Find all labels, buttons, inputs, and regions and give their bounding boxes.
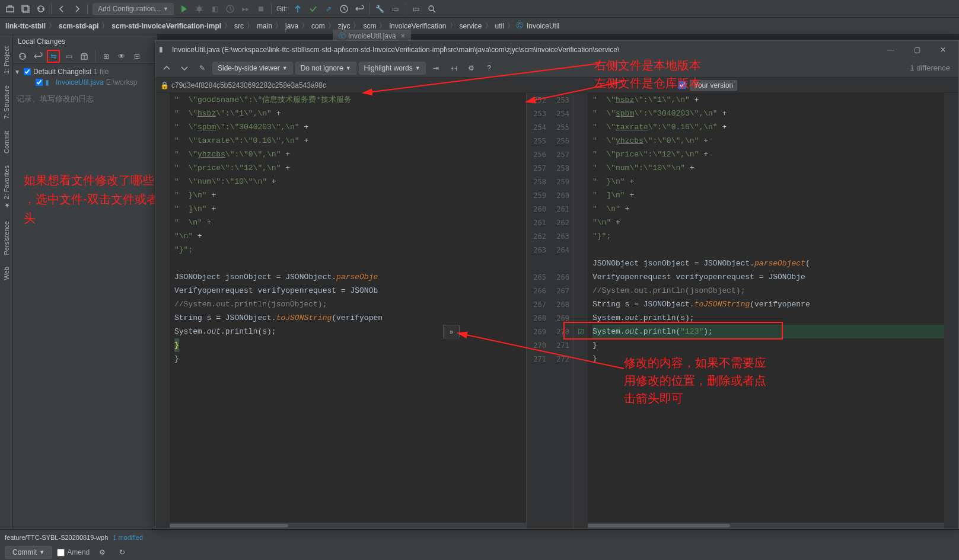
status-area: feature/TTC-SYBL-S20200819-wph 1 modifie… bbox=[0, 529, 959, 560]
crumb-1[interactable]: scm-std-api bbox=[57, 22, 100, 30]
file-row[interactable]: ▮ InvoiceUtil.java E:\worksp bbox=[13, 77, 157, 88]
close-icon[interactable]: ✕ bbox=[931, 41, 955, 58]
show-diff-icon[interactable]: ⇆ bbox=[47, 50, 60, 63]
commit-tool[interactable]: Commit bbox=[3, 131, 10, 153]
crumb-0[interactable]: link-ttc-stbll bbox=[4, 22, 47, 30]
view-options-icon[interactable]: 👁 bbox=[115, 50, 128, 63]
commit-settings-icon[interactable]: ⚙ bbox=[95, 545, 109, 559]
debug-icon[interactable] bbox=[192, 2, 206, 16]
profile-icon[interactable] bbox=[223, 2, 237, 16]
crumb-2[interactable]: scm-std-InvoiceVerification-impl bbox=[110, 22, 223, 30]
crumb-3[interactable]: src bbox=[232, 22, 246, 30]
expand-arrow-icon[interactable]: ▾ bbox=[15, 68, 21, 76]
changelist-icon[interactable]: ▭ bbox=[62, 50, 75, 63]
diff-right-pane[interactable]: " \"hsbz\":\"1\",\n" + " \"spbm\":\"3040… bbox=[588, 93, 944, 529]
maximize-icon[interactable]: ▢ bbox=[905, 41, 929, 58]
ignore-mode-dropdown[interactable]: Do not ignore ▼ bbox=[295, 62, 356, 75]
shelve-icon[interactable] bbox=[78, 50, 91, 63]
project-tool[interactable]: 1: Project bbox=[3, 46, 10, 73]
run-icon[interactable] bbox=[177, 2, 191, 16]
sync-scroll-icon[interactable]: ⫞⫞ bbox=[447, 61, 461, 75]
svg-rect-4 bbox=[259, 7, 263, 11]
class-icon: Ⓒ bbox=[339, 31, 346, 41]
crumb-4[interactable]: main bbox=[255, 22, 274, 30]
next-diff-icon[interactable] bbox=[177, 61, 192, 75]
crumb-10[interactable]: service bbox=[458, 22, 484, 30]
lock-icon: 🔒 bbox=[160, 81, 169, 89]
git-rollback-icon[interactable] bbox=[352, 2, 367, 16]
commit-message-input[interactable] bbox=[13, 90, 157, 529]
coverage-icon[interactable]: ◧ bbox=[208, 2, 222, 16]
changes-tree: ▾ Default Changelist 1 file ▮ InvoiceUti… bbox=[13, 64, 157, 90]
java-class-icon: ▮ bbox=[45, 78, 53, 87]
build-icon[interactable]: 🔧 bbox=[373, 2, 387, 16]
file-icon: ▮ bbox=[159, 45, 168, 55]
editor-area: Ⓒ InvoiceUtil.java × ▮ InvoiceUtil.java … bbox=[158, 34, 959, 529]
expand-all-icon[interactable]: ⊟ bbox=[130, 50, 144, 63]
settings-icon[interactable]: ⚙ bbox=[464, 61, 479, 75]
git-history-icon[interactable] bbox=[337, 2, 351, 16]
crumb-7[interactable]: zjyc bbox=[336, 22, 352, 30]
viewer-mode-dropdown[interactable]: Side-by-side viewer ▼ bbox=[212, 62, 293, 75]
structure-popup-icon[interactable]: ▭ bbox=[388, 2, 403, 16]
crumb-5[interactable]: java bbox=[283, 22, 300, 30]
main-toolbar: Add Configuration... ▼ ◧ ▸▸ Git: ⇗ 🔧 ▭ ▭ bbox=[0, 0, 959, 18]
help-icon[interactable]: ? bbox=[482, 61, 496, 75]
git-update-icon[interactable] bbox=[291, 2, 305, 16]
vcs-panel: Local Changes ⇆ ▭ ⊞ 👁 ⊟ ▾ Default Change… bbox=[13, 34, 158, 529]
rollback-icon[interactable] bbox=[31, 50, 44, 63]
collapse-icon[interactable]: ⇥ bbox=[429, 61, 443, 75]
persistence-tool[interactable]: Persistence bbox=[3, 221, 10, 255]
refresh-icon[interactable] bbox=[16, 50, 29, 63]
git-commit-icon[interactable] bbox=[306, 2, 320, 16]
search-everywhere-icon[interactable] bbox=[425, 2, 439, 16]
commit-button[interactable]: Commit ▼ bbox=[5, 546, 52, 559]
left-revision-hash: c79d3e4f8284c5b52430692282c258e3a543a98c bbox=[171, 81, 326, 89]
local-changes-header[interactable]: Local Changes bbox=[13, 34, 157, 49]
edit-icon[interactable]: ✎ bbox=[195, 61, 209, 75]
left-tool-rail: 1: Project 7: Structure Commit ★ 2: Favo… bbox=[0, 34, 13, 529]
git-label: Git: bbox=[276, 5, 288, 13]
crumb-6[interactable]: com bbox=[310, 22, 327, 30]
ide-search-icon[interactable]: ▭ bbox=[409, 2, 423, 16]
structure-tool[interactable]: 7: Structure bbox=[3, 85, 10, 119]
crumb-8[interactable]: scm bbox=[361, 22, 378, 30]
back-icon[interactable] bbox=[55, 2, 69, 16]
your-version-checkbox[interactable] bbox=[678, 81, 686, 89]
crumb-9[interactable]: invoiceVerification bbox=[387, 22, 448, 30]
commit-history-icon[interactable]: ↻ bbox=[115, 545, 129, 559]
crumb-12[interactable]: InvoiceUtil bbox=[525, 22, 561, 30]
web-tool[interactable]: Web bbox=[3, 267, 10, 280]
save-all-icon[interactable] bbox=[18, 2, 33, 16]
minimize-icon[interactable]: — bbox=[879, 41, 903, 58]
run-config-dropdown[interactable]: Add Configuration... ▼ bbox=[93, 3, 174, 15]
branch-label[interactable]: feature/TTC-SYBL-S20200819-wph bbox=[5, 534, 108, 541]
crumb-11[interactable]: util bbox=[493, 22, 506, 30]
close-tab-icon[interactable]: × bbox=[401, 32, 405, 40]
diff-titlebar[interactable]: ▮ InvoiceUtil.java (E:\workspace\link-tt… bbox=[155, 41, 958, 59]
diff-subheader: 🔒 c79d3e4f8284c5b52430692282c258e3a543a9… bbox=[155, 78, 958, 93]
run-anything-icon[interactable]: ▸▸ bbox=[238, 2, 253, 16]
amend-checkbox[interactable]: Amend bbox=[57, 548, 90, 556]
open-icon[interactable] bbox=[3, 2, 17, 16]
stop-icon[interactable] bbox=[254, 2, 268, 16]
breadcrumb-bar: link-ttc-stbll〉 scm-std-api〉 scm-std-Inv… bbox=[0, 18, 959, 34]
diff-window: ▮ InvoiceUtil.java (E:\workspace\link-tt… bbox=[155, 40, 959, 529]
svg-point-2 bbox=[197, 7, 202, 11]
group-icon[interactable]: ⊞ bbox=[100, 50, 113, 63]
changelist-checkbox[interactable] bbox=[24, 68, 31, 75]
vcs-toolbar: ⇆ ▭ ⊞ 👁 ⊟ bbox=[13, 49, 157, 64]
changelist-row[interactable]: ▾ Default Changelist 1 file bbox=[13, 66, 157, 77]
diff-body: " \"goodsname\":\"信息技术服务费*技术服务 " \"hsbz\… bbox=[155, 93, 958, 529]
class-icon: Ⓒ bbox=[515, 22, 524, 30]
prev-diff-icon[interactable] bbox=[160, 61, 174, 75]
modified-count[interactable]: 1 modified bbox=[113, 534, 143, 541]
git-push-icon[interactable]: ⇗ bbox=[321, 2, 336, 16]
highlight-mode-dropdown[interactable]: Highlight words ▼ bbox=[359, 62, 426, 75]
apply-change-icon[interactable]: » bbox=[443, 325, 460, 338]
diff-left-pane[interactable]: " \"goodsname\":\"信息技术服务费*技术服务 " \"hsbz\… bbox=[170, 93, 526, 529]
sync-icon[interactable] bbox=[34, 2, 48, 16]
forward-icon[interactable] bbox=[70, 2, 84, 16]
file-checkbox[interactable] bbox=[36, 79, 43, 86]
favorites-tool[interactable]: ★ 2: Favorites bbox=[2, 165, 10, 209]
